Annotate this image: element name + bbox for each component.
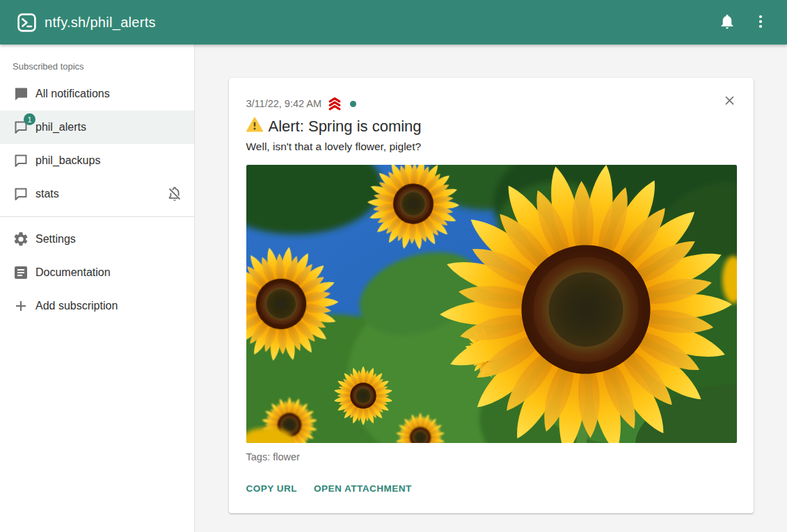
sidebar-item-label: Documentation	[35, 266, 183, 279]
sidebar-item-phil-backups[interactable]: phil_backups	[0, 144, 194, 177]
priority-max-chevrons-icon	[327, 96, 342, 111]
copy-url-button[interactable]: COPY URL	[241, 478, 303, 499]
notification-title: Alert: Spring is coming	[246, 117, 736, 136]
sidebar-item-phil-alerts[interactable]: 1 phil_alerts	[0, 111, 194, 144]
unread-count-badge: 1	[24, 113, 35, 125]
gear-icon	[13, 231, 29, 248]
delete-notification-button[interactable]	[716, 88, 744, 115]
notification-body: Well, isn't that a lovely flower, piglet…	[246, 140, 736, 153]
overflow-menu-button[interactable]	[744, 6, 777, 39]
sidebar-item-label: stats	[35, 188, 161, 200]
sidebar-item-label: phil_backups	[35, 154, 183, 167]
kebab-menu-icon	[752, 13, 769, 32]
sidebar-item-settings[interactable]: Settings	[0, 223, 194, 256]
bell-icon	[719, 13, 736, 32]
chat-filled-icon	[13, 86, 29, 102]
notification-meta: 3/11/22, 9:42 AM	[246, 96, 736, 111]
sidebar-divider	[0, 216, 194, 217]
open-attachment-button[interactable]: OPEN ATTACHMENT	[308, 478, 418, 499]
article-icon	[13, 264, 29, 281]
sidebar: Subscribed topics All notifications 1 ph…	[0, 45, 195, 532]
notification-tags: Tags: flower	[246, 451, 736, 462]
sidebar-item-all-notifications[interactable]: All notifications	[0, 77, 194, 111]
page-title: ntfy.sh/phil_alerts	[45, 15, 156, 31]
sidebar-item-add-subscription[interactable]: Add subscription	[0, 289, 194, 323]
chat-outline-icon: 1	[13, 119, 29, 136]
sidebar-item-label: All notifications	[35, 88, 183, 100]
app-bar: ntfy.sh/phil_alerts	[0, 0, 787, 45]
sidebar-item-label: phil_alerts	[35, 121, 183, 134]
warning-emoji-icon	[246, 117, 263, 136]
unread-dot	[350, 101, 356, 107]
sidebar-item-label: Settings	[35, 233, 183, 245]
notification-title-text: Alert: Spring is coming	[269, 118, 422, 136]
timestamp: 3/11/22, 9:42 AM	[246, 98, 322, 109]
notifications-muted-icon	[166, 186, 183, 202]
close-icon	[722, 93, 737, 110]
terminal-icon	[17, 13, 36, 32]
chat-outline-icon	[13, 152, 29, 169]
subscribed-topics-header: Subscribed topics	[0, 50, 194, 77]
attachment-image-sunflowers[interactable]	[246, 165, 737, 443]
chat-outline-icon	[13, 186, 29, 202]
notification-actions: COPY URL OPEN ATTACHMENT	[241, 478, 736, 499]
sidebar-item-documentation[interactable]: Documentation	[0, 256, 194, 289]
plus-icon	[13, 298, 29, 314]
notifications-button[interactable]	[710, 6, 744, 39]
main-content: 3/11/22, 9:42 AM	[195, 45, 787, 532]
sidebar-item-label: Add subscription	[35, 300, 183, 312]
sidebar-item-stats[interactable]: stats	[0, 177, 194, 211]
notification-card: 3/11/22, 9:42 AM	[229, 78, 754, 513]
